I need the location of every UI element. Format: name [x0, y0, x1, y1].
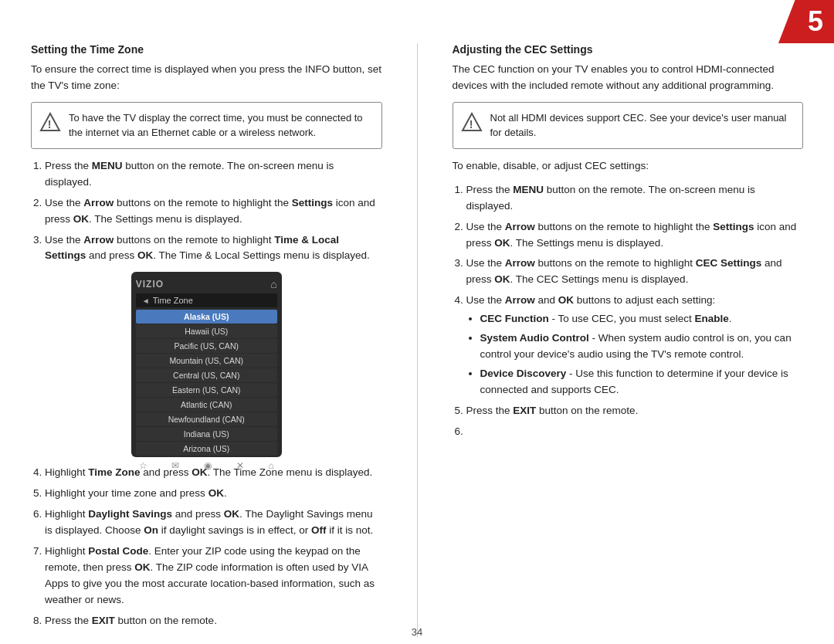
right-step-2: Use the Arrow buttons on the remote to h… [466, 219, 804, 252]
step-6: Highlight Daylight Savings and press OK.… [45, 507, 382, 539]
warning-icon-left: ! [39, 112, 61, 134]
right-intro2: To enable, disable, or adjust CEC settin… [453, 158, 804, 175]
left-warning-box: ! To have the TV display the correct tim… [31, 102, 382, 149]
svg-text:!: ! [469, 118, 473, 130]
right-warning-text: Not all HDMI devices support CEC. See yo… [490, 110, 794, 141]
cec-bullet-2: System Audio Control - When system audio… [480, 330, 804, 363]
left-steps-list-2: Highlight Time Zone and press OK. The Ti… [31, 465, 382, 629]
right-column: Adjusting the CEC Settings The CEC funct… [453, 43, 804, 637]
right-step-3: Use the Arrow buttons on the remote to h… [466, 256, 804, 288]
right-step-4: Use the Arrow and OK buttons to adjust e… [466, 293, 804, 398]
page-badge: 5 [778, 0, 834, 43]
tv-screen-header: VIZIO ⌂ [136, 278, 277, 290]
step-1: Press the MENU button on the remote. The… [45, 158, 382, 191]
tv-menu-title: Time Zone [153, 296, 193, 305]
two-column-layout: Setting the Time Zone To ensure the corr… [31, 43, 803, 637]
tv-row-eastern: Eastern (US, CAN) [136, 383, 277, 397]
tv-row-hawaii: Hawaii (US) [136, 324, 277, 338]
right-step-6 [466, 424, 804, 440]
page-footer: 34 [0, 626, 834, 638]
tv-row-mountain: Mountain (US, CAN) [136, 354, 277, 368]
tv-row-newfoundland: Newfoundland (CAN) [136, 412, 277, 426]
cec-bullet-1: CEC Function - To use CEC, you must sele… [480, 311, 804, 327]
left-steps-list: Press the MENU button on the remote. The… [31, 158, 382, 265]
left-intro: To ensure the correct time is displayed … [31, 62, 382, 94]
step-3: Use the Arrow buttons on the remote to h… [45, 232, 382, 265]
tv-row-central: Central (US, CAN) [136, 368, 277, 382]
footer-page-number: 34 [412, 626, 422, 638]
tv-row-arizona: Arizona (US) [136, 442, 277, 456]
step-2: Use the Arrow buttons on the remote to h… [45, 195, 382, 228]
left-section-title: Setting the Time Zone [31, 43, 382, 56]
tv-logo: VIZIO [136, 279, 164, 290]
svg-text:!: ! [48, 118, 52, 130]
tv-row-indiana: Indiana (US) [136, 427, 277, 441]
cec-bullet-3: Device Discovery - Use this function to … [480, 366, 804, 398]
tv-row-alaska: Alaska (US) [136, 310, 277, 324]
tv-home-icon: ⌂ [270, 278, 276, 290]
tv-menu-rows: Alaska (US) Hawaii (US) Pacific (US, CAN… [136, 310, 277, 456]
step-5: Highlight your time zone and press OK. [45, 486, 382, 502]
step-4: Highlight Time Zone and press OK. The Ti… [45, 465, 382, 481]
right-section-title: Adjusting the CEC Settings [453, 43, 804, 56]
tv-screen-wrapper: VIZIO ⌂ ◄ Time Zone Alaska (US) Hawaii (… [31, 272, 382, 457]
column-divider [417, 43, 418, 637]
step-7: Highlight Postal Code. Enter your ZIP co… [45, 544, 382, 608]
right-steps-list: Press the MENU button on the remote. The… [453, 182, 804, 440]
tv-row-atlantic: Atlantic (CAN) [136, 398, 277, 412]
right-step-5: Press the EXIT button on the remote. [466, 403, 804, 419]
right-step-1: Press the MENU button on the remote. The… [466, 182, 804, 215]
left-warning-text: To have the TV display the correct time,… [69, 110, 372, 141]
warning-icon-right: ! [461, 112, 483, 134]
tv-row-pacific: Pacific (US, CAN) [136, 339, 277, 353]
tv-screen: VIZIO ⌂ ◄ Time Zone Alaska (US) Hawaii (… [131, 272, 282, 457]
cec-bullets: CEC Function - To use CEC, you must sele… [466, 311, 804, 398]
content-area: Setting the Time Zone To ensure the corr… [31, 43, 803, 621]
right-warning-box: ! Not all HDMI devices support CEC. See … [453, 102, 804, 149]
page-number: 5 [808, 5, 826, 38]
tv-menu-arrow-icon: ◄ [142, 297, 150, 305]
left-column: Setting the Time Zone To ensure the corr… [31, 43, 382, 637]
tv-menu-label: ◄ Time Zone [136, 293, 277, 307]
right-intro: The CEC function on your TV enables you … [453, 62, 804, 94]
